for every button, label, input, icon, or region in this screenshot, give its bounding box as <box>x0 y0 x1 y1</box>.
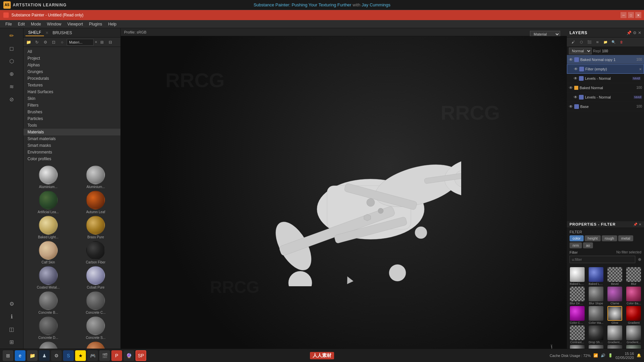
filter-item-gradient[interactable]: Gradient <box>625 306 643 324</box>
layer-eye-levels[interactable]: 👁 <box>574 76 578 81</box>
material-item-artificial-lea[interactable]: Artificial Lea... <box>25 190 72 215</box>
taskbar-app5-btn[interactable]: 🎬 <box>99 350 110 361</box>
menu-edit[interactable]: Edit <box>15 21 28 27</box>
category-brushes[interactable]: Brushes <box>23 109 120 115</box>
filter-item-clame[interactable]: Clame <box>606 287 624 305</box>
layer-base[interactable]: 👁 Base 100 <box>567 102 644 111</box>
layer-close-filter[interactable]: ✕ <box>639 67 642 71</box>
filter-search-icon[interactable]: ⊕ <box>638 257 641 262</box>
material-item-concrete-b[interactable]: Concrete B... <box>25 291 72 315</box>
taskbar-app1-btn[interactable]: ⚙ <box>51 350 62 361</box>
menu-viewport[interactable]: Viewport <box>65 21 86 27</box>
category-project[interactable]: Project <box>23 55 120 62</box>
filter-tag-rough[interactable]: rough <box>602 235 617 241</box>
shelf-filter-close[interactable]: ✕ <box>95 40 97 44</box>
layer-baked-normal[interactable]: 👁 Baked Normal 100 <box>567 83 644 93</box>
material-item-cobalt-pure[interactable]: Cobalt Pure <box>72 265 119 290</box>
layers-close-icon[interactable]: ✕ <box>638 31 641 35</box>
close-button[interactable]: ✕ <box>635 12 641 18</box>
shelf-layout-icon[interactable]: ⊟ <box>107 39 114 46</box>
category-color-profiles[interactable]: Color profiles <box>23 156 120 162</box>
material-item-autumn-leaf[interactable]: Autumn Leaf <box>72 190 119 215</box>
sidebar-clone-icon[interactable]: ⊕ <box>5 68 18 80</box>
taskbar-edge-btn[interactable]: e <box>15 350 25 361</box>
shelf-search-icon[interactable]: ⚙ <box>42 39 49 46</box>
filter-tag-height[interactable]: height <box>585 235 601 241</box>
material-item-concrete-d[interactable]: Concrete D... <box>25 316 72 340</box>
add-paint-layer-btn[interactable]: 🖌 <box>570 39 577 46</box>
menu-file[interactable]: File <box>3 21 14 27</box>
filter-item-color-cor[interactable]: Color Cor... <box>568 306 586 324</box>
layers-search-btn[interactable]: 🔍 <box>610 39 617 46</box>
filter-item-blur-slope[interactable]: Blur Slope <box>587 287 605 305</box>
taskbar-app3-btn[interactable]: ★ <box>75 350 86 361</box>
taskbar-app7-btn[interactable]: 🔮 <box>123 350 134 361</box>
delete-layer-btn[interactable]: 🗑 <box>618 39 625 46</box>
category-smart-masks[interactable]: Smart masks <box>23 142 120 149</box>
layer-eye-filter[interactable]: 👁 <box>574 67 578 71</box>
material-item-baked-light[interactable]: Baked Light... <box>25 215 72 240</box>
category-alphas[interactable]: Alphas <box>23 62 120 68</box>
filter-item-drop-sha[interactable]: Drop Sha... <box>587 325 605 344</box>
category-hard-surfaces[interactable]: Hard Surfaces <box>23 88 120 95</box>
add-filter-btn[interactable]: ≋ <box>594 39 601 46</box>
material-item-aluminium[interactable]: Aluminium... <box>25 165 72 189</box>
layer-eye-baked-normal-copy[interactable]: 👁 <box>569 57 573 62</box>
taskbar-folder-btn[interactable]: 📁 <box>27 350 38 361</box>
category-particles[interactable]: Particles <box>23 115 120 122</box>
sidebar-smudge-icon[interactable]: ≋ <box>5 80 18 93</box>
material-item-brass-pure[interactable]: Brass Pure <box>72 215 119 240</box>
properties-close-icon[interactable]: ✕ <box>639 223 641 226</box>
sidebar-eraser-icon[interactable]: ◻ <box>5 42 18 54</box>
layers-pin-icon[interactable]: 📌 <box>627 31 632 35</box>
category-grunges[interactable]: Grunges <box>23 68 120 75</box>
menu-mode[interactable]: Mode <box>28 21 44 27</box>
category-environments[interactable]: Environments <box>23 149 120 156</box>
layer-filter-empty[interactable]: 👁 Filter (empty) ✕ <box>567 64 644 74</box>
material-item-carbon-fiber[interactable]: Carbon Fiber <box>72 240 119 265</box>
sidebar-layers-icon[interactable]: ◫ <box>5 323 18 335</box>
tab-brushes[interactable]: BRUSHES <box>50 30 75 36</box>
sidebar-paint-icon[interactable]: ✏ <box>5 29 18 42</box>
filter-tag-nrm[interactable]: nrm <box>570 242 582 248</box>
shelf-grid-icon[interactable]: ⊞ <box>98 39 106 46</box>
category-all[interactable]: All <box>23 48 120 55</box>
menu-help[interactable]: Help <box>106 21 119 27</box>
layer-eye-levels2[interactable]: 👁 <box>574 95 578 100</box>
filter-item-gradient2[interactable]: Gradient... <box>606 325 624 344</box>
menu-plugins[interactable]: Plugins <box>86 21 105 27</box>
taskbar-substance-btn[interactable]: SP <box>136 350 146 361</box>
menu-window[interactable]: Window <box>44 21 64 27</box>
layer-levels-normal2[interactable]: 👁 Levels - Normal NMdl <box>567 93 644 102</box>
sidebar-fill-icon[interactable]: ⬡ <box>5 55 18 67</box>
layer-levels-normal[interactable]: 👁 Levels - Normal NMdl <box>567 74 644 83</box>
filter-item-blur-direc[interactable]: Blur Direc... <box>568 287 586 305</box>
add-folder-btn[interactable]: 📁 <box>602 39 609 46</box>
material-item-coated-metal[interactable]: Coated Metal... <box>25 265 72 290</box>
layer-eye-baked[interactable]: 👁 <box>569 85 573 90</box>
category-tools[interactable]: Tools <box>23 122 120 129</box>
tray-notif-icon[interactable]: 🔔 <box>637 353 641 358</box>
layer-eye-base[interactable]: 👁 <box>569 104 573 109</box>
category-textures[interactable]: Textures <box>23 82 120 88</box>
shelf-folder-icon[interactable]: 📁 <box>25 39 32 46</box>
category-procedurals[interactable]: Procedurals <box>23 75 120 82</box>
layer-baked-normal-copy[interactable]: 👁 Baked Normal copy 1 100 <box>567 55 644 64</box>
category-filters[interactable]: Filters <box>23 102 120 109</box>
filter-tag-color[interactable]: color <box>570 235 584 241</box>
filter-tag-ao[interactable]: ao <box>583 242 593 248</box>
filter-item-glow[interactable]: Glow <box>606 306 624 324</box>
taskbar-app2-btn[interactable]: S <box>63 350 74 361</box>
sidebar-pick-icon[interactable]: ⊘ <box>5 93 18 105</box>
filter-item-gradient3[interactable]: Gradient... <box>625 325 643 344</box>
sidebar-settings-icon[interactable]: ⚙ <box>5 298 18 310</box>
sidebar-info-icon[interactable]: ℹ <box>5 310 18 322</box>
tab-shelf[interactable]: SHELF <box>25 29 44 36</box>
minimize-button[interactable]: ─ <box>621 12 627 18</box>
restore-button[interactable]: □ <box>628 12 634 18</box>
material-item-concrete-c[interactable]: Concrete C... <box>72 291 119 315</box>
sidebar-bake-icon[interactable]: ⊞ <box>5 336 18 348</box>
taskbar-steam-btn[interactable]: ♟ <box>39 350 50 361</box>
filter-item-baked-lic1[interactable]: Baked Lic... <box>568 267 586 286</box>
shelf-filter-input[interactable] <box>67 39 94 46</box>
